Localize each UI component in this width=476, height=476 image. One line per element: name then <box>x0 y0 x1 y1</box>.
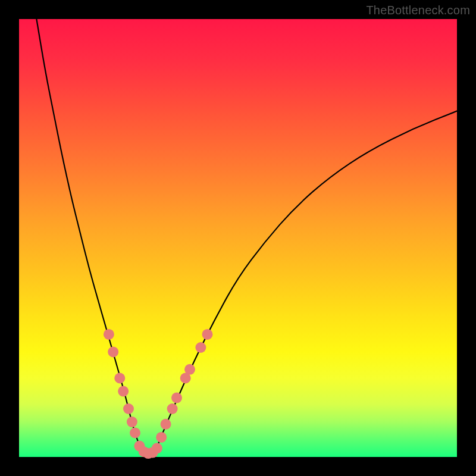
data-marker <box>167 403 178 414</box>
data-marker <box>130 428 140 439</box>
data-marker <box>127 416 137 427</box>
watermark-text: TheBottleneck.com <box>366 4 470 17</box>
curve-layer <box>19 19 457 457</box>
bottleneck-curve <box>36 19 457 455</box>
data-marker <box>104 329 114 340</box>
curve-path <box>36 19 457 455</box>
data-marker <box>202 329 213 340</box>
data-marker <box>161 419 171 430</box>
data-marker <box>195 342 206 353</box>
data-marker <box>152 443 162 453</box>
data-marker <box>184 364 195 375</box>
data-marker <box>171 393 182 403</box>
chart-frame: TheBottleneck.com <box>0 0 476 476</box>
data-marker <box>114 373 125 384</box>
data-marker <box>123 403 134 414</box>
data-marker <box>118 386 129 397</box>
plot-area <box>19 19 457 457</box>
marker-points <box>104 329 213 459</box>
data-marker <box>156 432 167 443</box>
data-marker <box>108 346 118 357</box>
